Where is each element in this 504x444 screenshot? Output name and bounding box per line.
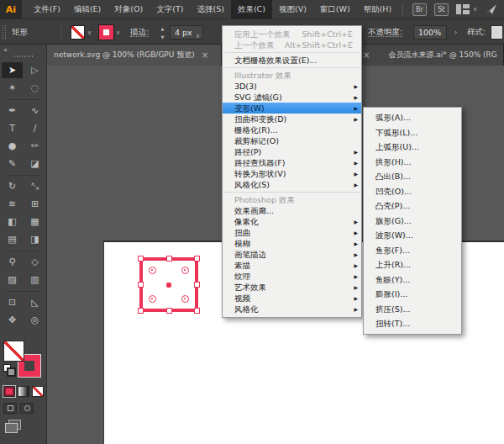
menu-item-arc-upper[interactable]: 上弧形(U)... (364, 140, 461, 155)
menubar-item-window[interactable]: 窗口(W) (313, 0, 357, 18)
menu-item-arch[interactable]: 拱形(H)... (364, 155, 461, 170)
menu-item-arc[interactable]: 弧形(A)... (364, 110, 461, 125)
tool-scale[interactable]: ⤡ (24, 177, 46, 195)
tool-direct-selection[interactable]: ▷ (24, 61, 46, 79)
menubar-item-help[interactable]: 帮助(H) (357, 0, 399, 18)
stroke-panel-link[interactable]: 描边: (130, 19, 149, 44)
close-icon[interactable]: × (202, 50, 208, 60)
chevron-down-icon[interactable]: ∨ (196, 30, 200, 43)
stroke-color-control[interactable]: ∨ (99, 25, 120, 40)
menu-item-texture[interactable]: 纹理▶ (223, 271, 361, 282)
menu-item-stylize[interactable]: 风格化(S)▶ (223, 179, 361, 190)
tool-type-tool[interactable]: T (1, 119, 24, 137)
menu-item-document-raster-effects-settings[interactable]: 文档栅格效果设置(E)... (223, 55, 361, 66)
menu-item-shell-lower[interactable]: 凹壳(O)... (364, 184, 461, 199)
selection-handle[interactable] (138, 308, 144, 314)
tool-hand[interactable]: ✥ (1, 311, 24, 329)
chevron-down-icon[interactable]: ∨ (116, 29, 120, 36)
tool-column-graph[interactable]: ▥ (24, 271, 46, 288)
collapse-panel-button[interactable]: « (3, 46, 8, 54)
none-button[interactable] (32, 386, 44, 397)
tool-pen[interactable]: ✒ (1, 102, 24, 119)
tool-ellipse[interactable]: ● (1, 137, 24, 155)
fill-none-swatch[interactable] (71, 25, 85, 40)
selection-handle[interactable] (166, 308, 172, 314)
menu-item-3d[interactable]: 3D(3)▶ (223, 81, 361, 92)
tool-zoom[interactable]: ◎ (24, 311, 46, 329)
menu-item-video[interactable]: 视频▶ (223, 293, 361, 304)
tool-perspective-grid[interactable]: ▦ (24, 213, 46, 230)
menu-item-brush-strokes[interactable]: 画笔描边▶ (223, 249, 361, 260)
menu-item-inflate[interactable]: 膨胀(I)... (364, 287, 461, 302)
stock-button[interactable]: St (434, 3, 449, 16)
workspace-switcher[interactable]: ∨ (456, 4, 477, 14)
menu-item-rasterize[interactable]: 栅格化(R)... (223, 124, 361, 135)
menu-item-fish[interactable]: 鱼形(F)... (364, 243, 461, 258)
tool-free-transform[interactable]: ⊞ (24, 195, 46, 213)
bridge-button[interactable]: Br (412, 3, 427, 16)
tool-pencil[interactable]: ✎ (1, 155, 24, 172)
tool-selection[interactable]: ➤ (2, 62, 23, 78)
menu-item-pathfinder[interactable]: 路径查找器(F)▶ (223, 157, 361, 168)
selection-handle[interactable] (138, 282, 144, 288)
tab-network-svg[interactable]: network.svg @ 100% (RGB/GPU 预览) × (47, 45, 222, 66)
corner-radius-widget[interactable] (181, 267, 189, 274)
tool-shape-builder[interactable]: ◧ (1, 213, 24, 230)
menu-item-rise[interactable]: 上升(R)... (364, 257, 461, 272)
menu-item-crop-marks[interactable]: 裁剪标记(O) (223, 135, 361, 146)
opacity-field[interactable]: 100% (413, 25, 447, 40)
menu-item-fisheye[interactable]: 鱼眼(Y)... (364, 272, 461, 288)
menubar-item-file[interactable]: 文件(F) (27, 0, 67, 18)
draw-behind-button[interactable] (20, 403, 34, 414)
panel-grip[interactable] (3, 25, 6, 40)
menu-item-path[interactable]: 路径(P)▶ (223, 146, 361, 157)
tool-eyedropper[interactable]: ⚲ (1, 253, 24, 271)
color-button[interactable] (3, 386, 15, 397)
fill-indicator-none[interactable] (3, 341, 24, 362)
menu-item-svg-filters[interactable]: SVG 滤镜(G)▶ (223, 92, 361, 103)
menu-item-flag[interactable]: 旗形(G)... (364, 214, 461, 229)
tool-slice[interactable]: ◺ (24, 293, 46, 311)
graphic-style-swatch[interactable] (491, 25, 503, 40)
opacity-panel-link[interactable]: 不透明度: (368, 19, 402, 44)
tool-artboard-tool[interactable]: ⊡ (1, 293, 24, 311)
selection-handle[interactable] (194, 308, 200, 314)
tool-curvature[interactable]: ∿ (24, 102, 46, 119)
tool-blend[interactable]: ◇ (24, 253, 46, 271)
menu-item-twist[interactable]: 扭转(T)... (364, 316, 461, 331)
tool-mesh[interactable]: ▤ (1, 230, 24, 248)
draw-normal-button[interactable] (3, 403, 17, 414)
menu-item-stylize-ps[interactable]: 风格化▶ (223, 304, 361, 314)
tool-symbol-sprayer[interactable]: ▨ (1, 271, 24, 288)
tool-eraser[interactable]: ◪ (24, 155, 46, 172)
selected-rectangle[interactable] (139, 257, 198, 312)
selection-handle[interactable] (194, 282, 200, 288)
fill-color-control[interactable]: ∨ (71, 25, 92, 40)
menubar-item-effect[interactable]: 效果(C) (231, 0, 272, 18)
tool-line-segment[interactable]: ∕ (24, 119, 46, 137)
tool-gradient[interactable]: ◨ (24, 230, 46, 248)
menu-item-shell-upper[interactable]: 凸壳(P)... (364, 198, 461, 214)
menu-item-convert-to-shape[interactable]: 转换为形状(V)▶ (223, 168, 361, 179)
tool-lasso[interactable]: ◌ (24, 79, 46, 97)
opacity-expand-button[interactable]: › (450, 25, 461, 40)
stepper-up-icon[interactable]: ▲ (161, 26, 165, 31)
tool-magic-wand[interactable]: ✶ (1, 79, 24, 97)
menubar-item-type[interactable]: 文字(T) (150, 0, 190, 18)
menu-item-effect-gallery[interactable]: 效果画廊... (223, 205, 361, 216)
screen-mode-button[interactable] (5, 420, 20, 431)
close-icon[interactable]: × (363, 50, 370, 60)
menu-item-arc-lower[interactable]: 下弧形(L)... (364, 125, 461, 140)
corner-radius-widget[interactable] (149, 295, 156, 303)
menubar-item-object[interactable]: 对象(O) (108, 0, 150, 18)
menu-item-artistic[interactable]: 艺术效果▶ (223, 282, 361, 293)
menu-item-squeeze[interactable]: 挤压(S)... (364, 302, 461, 317)
menu-item-warp[interactable]: 变形(W)▶ (223, 103, 361, 114)
stroke-weight-stepper[interactable]: ▲ ▼ (159, 26, 166, 40)
gradient-button[interactable] (18, 386, 29, 397)
center-point[interactable] (166, 283, 171, 288)
menu-item-wave[interactable]: 波形(W)... (364, 228, 461, 243)
tool-paintbrush[interactable]: ✏ (24, 137, 46, 155)
corner-radius-widget[interactable] (149, 267, 156, 274)
menu-item-distort[interactable]: 扭曲▶ (223, 227, 361, 238)
